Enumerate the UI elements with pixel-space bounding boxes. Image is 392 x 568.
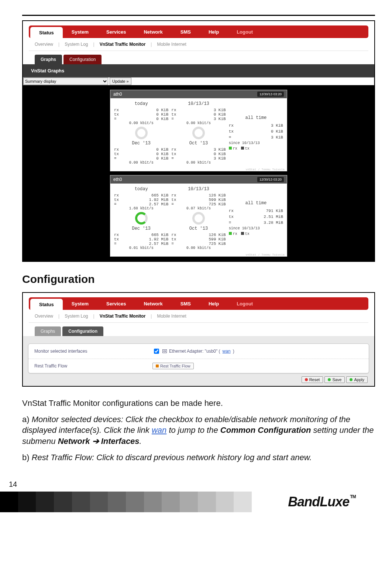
iface-card-ath0: ath0 12/30/13 03:20 today rx0 KiB tx0 Ki…	[110, 90, 287, 171]
adapter-text: Ethernet Adapter: "usb0" (	[169, 349, 220, 354]
row-rest-traffic: Rest Traffic Flow Rest Traffic Flow	[28, 359, 369, 373]
vnstat-graphs-screenshot: Status System Services Network SMS Help …	[22, 20, 375, 262]
legend-tx-swatch	[241, 147, 244, 150]
tab-services[interactable]: Services	[97, 297, 135, 310]
tab-services[interactable]: Services	[97, 25, 135, 38]
update-button[interactable]: Update »	[110, 78, 131, 85]
save-dot-icon	[328, 378, 331, 381]
monitor-checkbox[interactable]	[154, 349, 159, 354]
legend-rx-swatch	[229, 232, 232, 235]
thirdtab-config-2[interactable]: Configuration	[62, 326, 103, 336]
donut-icon	[192, 212, 205, 225]
wan-link[interactable]: wan	[223, 349, 231, 354]
tab-help[interactable]: Help	[200, 297, 228, 310]
iface-card-eth0: eth0 12/30/13 03:20 today rx665 KiB tx1.…	[110, 175, 287, 257]
config-card: Monitor selected interfaces Ethernet Ada…	[28, 343, 369, 373]
page-footer: BandLuxeTM	[0, 492, 392, 512]
display-mode-select[interactable]: Summary display	[23, 78, 108, 85]
reset-button[interactable]: Reset	[302, 376, 323, 383]
iface-name: ath0	[113, 92, 122, 97]
subtab-systemlog[interactable]: System Log	[65, 42, 88, 47]
apply-dot-icon	[350, 378, 353, 381]
legend: rx tx	[229, 147, 283, 151]
body-text: VnStat Traffic Monitor configurations ca…	[22, 398, 375, 463]
brand-logo: BandLuxeTM	[288, 494, 355, 510]
wan-link-prose[interactable]: wan	[152, 425, 166, 435]
item-b: b) Rest Traffic Flow: Click to discard p…	[22, 452, 375, 463]
tab-sms[interactable]: SMS	[172, 297, 200, 310]
subtab-mobile[interactable]: Mobile Internet	[157, 42, 186, 47]
subtab-systemlog[interactable]: System Log	[65, 314, 88, 319]
legend-rx-swatch	[229, 147, 232, 150]
iface-timestamp: 12/30/13 03:20	[257, 177, 284, 182]
donut-icon	[135, 127, 148, 139]
thirdtab-graphs-2[interactable]: Graphs	[35, 326, 61, 336]
row-monitor-interfaces: Monitor selected interfaces Ethernet Ada…	[28, 344, 369, 359]
apply-button[interactable]: Apply	[346, 376, 368, 383]
rest-traffic-button[interactable]: Rest Traffic Flow	[152, 363, 194, 369]
trademark-icon: TM	[350, 494, 355, 499]
subtab-vnstat[interactable]: VnStat Traffic Monitor	[100, 42, 146, 47]
graphs-title-bar: VnStat Graphs	[23, 64, 374, 77]
tab-logout[interactable]: Logout	[228, 297, 262, 310]
sub-nav-1: Overview| System Log| VnStat Traffic Mon…	[29, 38, 368, 51]
vnstat-config-screenshot: Status System Services Network SMS Help …	[22, 292, 375, 387]
donut-icon	[135, 212, 148, 225]
tab-status[interactable]: Status	[30, 27, 63, 38]
subtab-overview[interactable]: Overview	[35, 314, 53, 319]
graphs-toolbar: Summary display Update »	[23, 77, 374, 85]
legend: rx tx	[229, 232, 283, 236]
item-a: a) Monitor selected devices: Click the c…	[22, 414, 375, 447]
iface-name: eth0	[113, 177, 122, 182]
tab-system[interactable]: System	[63, 25, 97, 38]
rest-traffic-label: Rest Traffic Flow	[34, 363, 145, 369]
graphs-output: ath0 12/30/13 03:20 today rx0 KiB tx0 Ki…	[23, 85, 374, 261]
reset-icon	[156, 365, 159, 367]
tab-system[interactable]: System	[63, 297, 97, 310]
third-nav-graphs: Graphs Configuration	[29, 51, 368, 64]
reset-dot-icon	[305, 378, 308, 381]
third-nav-config: Graphs Configuration	[29, 323, 368, 336]
main-nav-2: Status System Services Network SMS Help …	[29, 297, 368, 310]
main-nav-1: Status System Services Network SMS Help …	[29, 25, 368, 38]
vnstat-credit: vnStat / Teemu Toivola	[110, 168, 287, 171]
tab-network[interactable]: Network	[135, 25, 171, 38]
intro-paragraph: VnStat Traffic Monitor configurations ca…	[22, 398, 375, 409]
thirdtab-config-1[interactable]: Configuration	[63, 55, 102, 64]
section-heading: Configuration	[22, 273, 375, 285]
ethernet-adapter-icon	[162, 349, 167, 353]
monitor-interfaces-label: Monitor selected interfaces	[34, 349, 145, 354]
tab-sms[interactable]: SMS	[172, 25, 200, 38]
page-number: 14	[9, 480, 17, 489]
subtab-vnstat[interactable]: VnStat Traffic Monitor	[100, 314, 146, 319]
subtab-overview[interactable]: Overview	[35, 42, 53, 47]
tab-status[interactable]: Status	[30, 299, 63, 310]
tab-network[interactable]: Network	[135, 297, 171, 310]
thirdtab-graphs-1[interactable]: Graphs	[35, 55, 62, 64]
tab-help[interactable]: Help	[200, 25, 228, 38]
tab-logout[interactable]: Logout	[228, 25, 262, 38]
donut-icon	[192, 127, 205, 139]
legend-tx-swatch	[241, 232, 244, 235]
save-button[interactable]: Save	[324, 376, 345, 383]
subtab-mobile[interactable]: Mobile Internet	[157, 314, 186, 319]
iface-timestamp: 12/30/13 03:20	[257, 92, 284, 97]
vnstat-credit: vnStat / Teemu Toivola	[110, 253, 287, 256]
sub-nav-2: Overview| System Log| VnStat Traffic Mon…	[29, 310, 368, 323]
action-buttons: Reset Save Apply	[28, 373, 369, 383]
gradient-strip	[0, 492, 252, 512]
